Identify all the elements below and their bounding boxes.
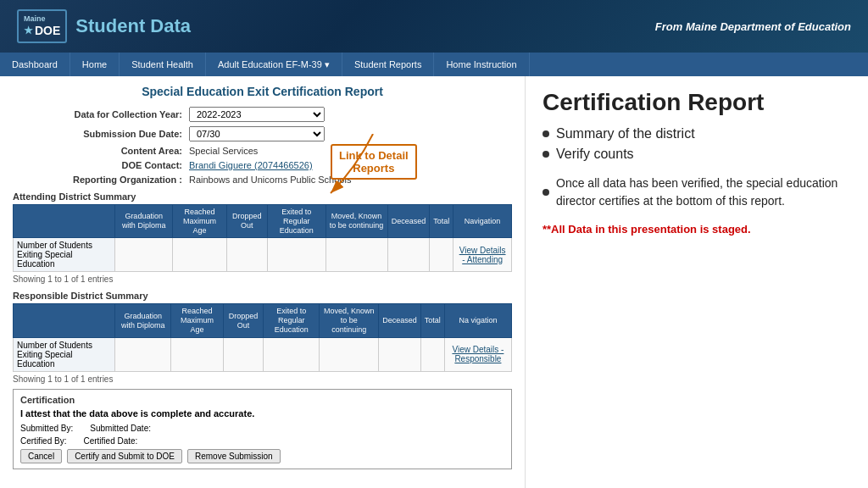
star-icon: ★ (24, 25, 33, 36)
nav-dashboard[interactable]: Dashboard (0, 53, 70, 76)
nav-student-reports[interactable]: Student Reports (342, 53, 435, 76)
nav-home-instruction[interactable]: Home Instruction (434, 53, 529, 76)
nav-adult-education[interactable]: Adult Education EF-M-39 ▾ (206, 53, 342, 76)
responsible-col-nav: Na vigation (444, 304, 511, 337)
cert-certified-date: Certified Date: (83, 436, 137, 446)
view-details-attending-link[interactable]: View Details - Attending (459, 246, 506, 264)
cancel-button[interactable]: Cancel (20, 449, 62, 463)
right-panel: Certification Report Summary of the dist… (526, 76, 868, 488)
bullet-item-2: Verify counts (542, 147, 851, 162)
header-subtitle: From Maine Department of Education (655, 20, 851, 33)
bottom-bullet-list: Once all data has been verified, the spe… (542, 175, 851, 210)
cert-submitted-by: Submitted By: (20, 424, 73, 433)
logo-doe: ★ DOE (24, 24, 60, 38)
attending-cell-deceased (387, 238, 430, 272)
doe-contact-label: DOE Contact: (13, 160, 182, 170)
view-details-responsible-link[interactable]: View Details - Responsible (452, 345, 504, 363)
cert-certified-date-label: Certified Date: (83, 436, 137, 446)
bottom-bullet-item: Once all data has been verified, the spe… (542, 175, 851, 210)
responsible-showing-text: Showing 1 to 1 of 1 entries (13, 374, 512, 384)
attending-col-dropped: Dropped Out (226, 205, 267, 238)
reporting-org-value: Rainbows and Unicorns Public Schools (189, 175, 351, 185)
table-row: Number of Students Exiting Special Educa… (14, 337, 512, 371)
header: Maine ★ DOE Student Data From Maine Depa… (0, 0, 868, 53)
cert-fields: Submitted By: Submitted Date: (20, 424, 504, 433)
responsible-cell-nav: View Details - Responsible (444, 337, 511, 371)
responsible-cell-moved (320, 337, 379, 371)
attending-cell-nav: View Details - Attending (453, 238, 512, 272)
responsible-table: Graduation with Diploma Reached Maximum … (13, 303, 512, 371)
submission-due-select[interactable]: 07/30 (189, 126, 325, 141)
certification-box: Certification I attest that the data abo… (13, 389, 512, 469)
attending-showing-text: Showing 1 to 1 of 1 entries (13, 274, 512, 284)
cert-certified-by-label: Certified By: (20, 436, 66, 446)
logo-area: Maine ★ DOE Student Data (17, 9, 191, 43)
cert-buttons: Cancel Certify and Submit to DOE Remove … (20, 449, 504, 463)
cert-certified-by: Certified By: (20, 436, 66, 446)
attending-col-grad: Graduation with Diploma (115, 205, 173, 238)
cert-attest-text: I attest that the data above is complete… (20, 408, 504, 419)
attending-row-label: Number of Students Exiting Special Educa… (14, 238, 115, 272)
responsible-cell-exited (264, 337, 320, 371)
site-title: Student Data (75, 15, 191, 37)
left-panel: Special Education Exit Certification Rep… (0, 76, 526, 488)
doe-contact-row: DOE Contact: Brandi Giguere (2074466526) (13, 160, 512, 170)
collection-year-row: Data for Collection Year: 2022-2023 (13, 107, 512, 122)
attending-col-label (14, 205, 115, 238)
responsible-col-moved: Moved, Known to be continuing (320, 304, 379, 337)
attending-col-max-age: Reached Maximum Age (173, 205, 226, 238)
attending-table: Graduation with Diploma Reached Maximum … (13, 204, 512, 272)
attending-section-title: Attending District Summary (13, 191, 512, 202)
responsible-col-dropped: Dropped Out (223, 304, 264, 337)
cert-section-title: Certification (20, 395, 504, 405)
attending-cell-moved (326, 238, 387, 272)
attending-cell-grad (115, 238, 173, 272)
table-row: Number of Students Exiting Special Educa… (14, 238, 512, 272)
cert-submitted-by-label: Submitted By: (20, 424, 73, 433)
responsible-col-label (14, 304, 115, 337)
attending-col-nav: Navigation (453, 205, 512, 238)
submission-due-label: Submission Due Date: (13, 129, 182, 139)
nav-home[interactable]: Home (70, 53, 120, 76)
bullet-dot-3 (542, 189, 549, 196)
doe-contact-link[interactable]: Brandi Giguere (2074466526) (189, 160, 313, 170)
reporting-org-row: Reporting Organization : Rainbows and Un… (13, 175, 512, 185)
remove-submission-button[interactable]: Remove Submission (187, 449, 281, 463)
staged-disclaimer: **All Data in this presentation is stage… (542, 223, 851, 236)
link-detail-annotation: Link to DetailReports (331, 144, 417, 180)
responsible-cell-deceased (379, 337, 421, 371)
bullet-dot-1 (542, 130, 549, 137)
collection-year-label: Data for Collection Year: (13, 109, 182, 119)
responsible-section-title: Responsible District Summary (13, 291, 512, 301)
collection-year-select[interactable]: 2022-2023 (189, 107, 325, 122)
attending-cell-exited (267, 238, 326, 272)
certify-submit-button[interactable]: Certify and Submit to DOE (67, 449, 182, 463)
bullet-text-2: Verify counts (556, 147, 634, 162)
nav-student-health[interactable]: Student Health (120, 53, 206, 76)
responsible-row-label: Number of Students Exiting Special Educa… (14, 337, 115, 371)
reporting-org-label: Reporting Organization : (13, 175, 182, 185)
responsible-col-max-age: Reached Maximum Age (171, 304, 223, 337)
cert-submitted-date-label: Submitted Date: (90, 424, 151, 433)
attending-col-deceased: Deceased (387, 205, 430, 238)
attending-col-moved: Moved, Known to be continuing (326, 205, 387, 238)
responsible-col-deceased: Deceased (379, 304, 421, 337)
navbar: Dashboard Home Student Health Adult Educ… (0, 53, 868, 76)
bottom-bullet-text: Once all data has been verified, the spe… (556, 175, 851, 210)
logo-box: Maine ★ DOE (17, 9, 67, 43)
attending-cell-dropped (226, 238, 267, 272)
logo-maine: Maine (24, 14, 60, 24)
attending-col-exited: Exited to Regular Education (267, 205, 326, 238)
responsible-cell-dropped (223, 337, 264, 371)
responsible-cell-total (420, 337, 444, 371)
attending-cell-total (430, 238, 453, 272)
content-area-value: Special Services (189, 146, 258, 156)
main-container: Special Education Exit Certification Rep… (0, 76, 868, 488)
content-area-row: Content Area: Special Services (13, 146, 512, 156)
submission-due-row: Submission Due Date: 07/30 (13, 126, 512, 141)
report-title: Special Education Exit Certification Rep… (13, 85, 512, 98)
bullet-text-1: Summary of the district (556, 126, 695, 141)
responsible-col-grad: Graduation with Diploma (115, 304, 171, 337)
bullet-dot-2 (542, 151, 549, 158)
attending-col-total: Total (430, 205, 453, 238)
